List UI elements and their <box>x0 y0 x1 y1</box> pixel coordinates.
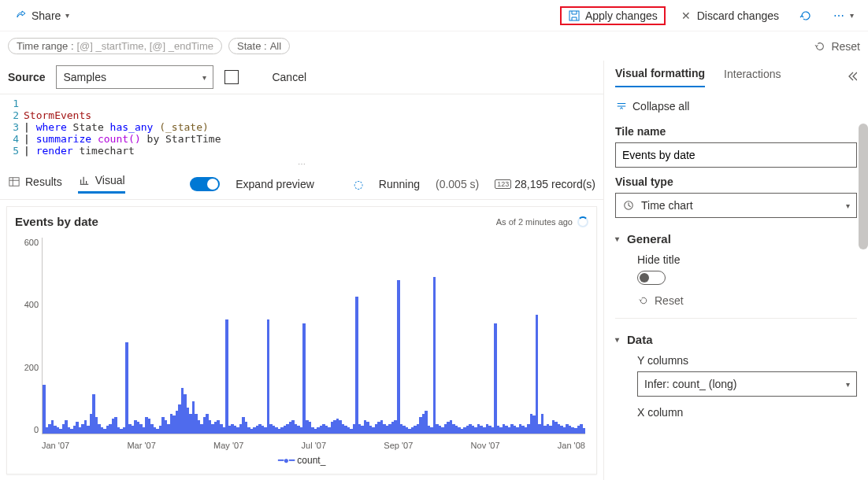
records-icon: 123 <box>495 179 511 189</box>
expand-panel-icon[interactable] <box>844 70 857 85</box>
time-range-pill[interactable]: Time range : [@] _startTime, [@] _endTim… <box>8 38 222 54</box>
legend-marker-icon: ━●━ <box>278 455 295 466</box>
state-value: All <box>270 40 281 52</box>
section-data[interactable]: ▾ Data <box>615 333 857 346</box>
refresh-button[interactable] <box>793 6 818 25</box>
visual-type-value: Time chart <box>641 199 693 212</box>
share-icon <box>14 9 27 22</box>
code-area[interactable]: StormEvents | where State has_any (_stat… <box>24 98 603 157</box>
chevron-down-icon: ▾ <box>850 11 854 20</box>
y-columns-label: Y columns <box>637 354 857 367</box>
records-count: 28,195 record(s) <box>514 178 595 190</box>
spinner-icon <box>577 216 588 227</box>
expand-label: Expand preview <box>236 178 314 190</box>
tab-interactions[interactable]: Interactions <box>724 68 781 87</box>
chart-asof: As of 2 minutes ago <box>496 217 573 227</box>
reset-icon <box>814 40 826 53</box>
reset-general-button[interactable]: Reset <box>637 294 857 307</box>
refresh-icon <box>799 9 812 22</box>
chevron-down-icon: ▾ <box>615 234 619 243</box>
chart-bar[interactable] <box>302 323 306 434</box>
close-icon: ✕ <box>680 9 692 22</box>
chart-legend: ━●━ count_ <box>15 455 588 466</box>
chart-bar[interactable] <box>267 319 270 434</box>
reset-label: Reset <box>831 40 860 53</box>
discard-changes-button[interactable]: ✕ Discard changes <box>673 6 785 25</box>
state-pill[interactable]: State : All <box>228 38 290 54</box>
tab-visual[interactable]: Visual <box>78 174 125 194</box>
tab-results[interactable]: Results <box>8 175 62 193</box>
chart-bar[interactable] <box>43 385 46 434</box>
reset-filters-button[interactable]: Reset <box>814 40 860 53</box>
visual-label: Visual <box>95 174 125 186</box>
apply-changes-button[interactable]: Apply changes <box>560 6 666 25</box>
chart-bar[interactable] <box>125 342 128 434</box>
collapse-icon <box>615 100 628 113</box>
discard-label: Discard changes <box>697 9 779 22</box>
query-editor[interactable]: 1 2 3 4 5 StormEvents | where State has_… <box>0 94 603 160</box>
chart-bar[interactable] <box>536 315 539 434</box>
y-columns-select[interactable]: Infer: count_ (long) ▾ <box>637 371 857 397</box>
chart-bar[interactable] <box>494 323 497 434</box>
more-button[interactable]: ⋯ ▾ <box>826 6 860 25</box>
section-general[interactable]: ▾ General <box>615 232 857 246</box>
legend-label: count_ <box>297 455 325 466</box>
results-label: Results <box>25 175 62 188</box>
x-axis: Jan '07 Mar '07 May '07 Jul '07 Sep '07 … <box>42 441 585 450</box>
state-label: State : <box>237 40 267 52</box>
expand-preview-toggle[interactable] <box>190 177 220 191</box>
more-icon: ⋯ <box>833 9 845 22</box>
divider <box>615 318 857 319</box>
tab-visual-formatting[interactable]: Visual formatting <box>615 67 705 87</box>
data-label: Data <box>627 333 653 346</box>
share-label: Share <box>32 9 61 22</box>
tile-name-input[interactable] <box>615 142 857 168</box>
visual-type-select[interactable]: Time chart ▾ <box>615 193 857 218</box>
collapse-label: Collapse all <box>632 100 689 113</box>
share-button[interactable]: Share ▾ <box>8 6 76 25</box>
scrollbar-thumb[interactable] <box>859 124 868 249</box>
chart-bar[interactable] <box>397 280 400 434</box>
clock-icon <box>622 199 635 212</box>
cancel-button[interactable]: Cancel <box>272 71 306 83</box>
table-icon <box>8 175 20 188</box>
reset-icon <box>637 294 650 307</box>
chart-bar[interactable] <box>225 319 228 434</box>
time-range-value: [@] _startTime, [@] _endTime <box>77 40 214 52</box>
visual-type-label: Visual type <box>615 175 857 188</box>
chart-icon <box>78 174 91 186</box>
save-icon <box>568 9 581 22</box>
y-columns-value: Infer: count_ (long) <box>644 378 737 390</box>
checkbox[interactable] <box>224 70 239 84</box>
chart-plot[interactable] <box>42 238 585 434</box>
chart-bar[interactable] <box>583 428 585 434</box>
reset-label: Reset <box>655 294 684 307</box>
source-value: Samples <box>63 71 106 83</box>
hide-title-toggle[interactable] <box>637 271 666 285</box>
collapse-all-button[interactable]: Collapse all <box>615 95 857 117</box>
chart-bar[interactable] <box>355 297 358 434</box>
chart-card: Events by date As of 2 minutes ago 600 4… <box>6 206 597 474</box>
spinner-icon: ◌ <box>354 178 363 190</box>
chevron-down-icon: ▾ <box>65 11 69 20</box>
chart-bar[interactable] <box>433 277 436 434</box>
chevron-down-icon: ▾ <box>846 201 850 210</box>
y-axis: 600 400 200 0 <box>15 238 39 434</box>
chevron-down-icon: ▾ <box>615 335 619 344</box>
resize-grip[interactable]: ⋯ <box>0 160 603 168</box>
chevron-down-icon: ▾ <box>846 380 850 389</box>
running-time: (0.005 s) <box>436 178 479 190</box>
line-gutter: 1 2 3 4 5 <box>0 98 24 157</box>
svg-rect-0 <box>569 11 579 20</box>
apply-label: Apply changes <box>585 9 658 22</box>
chevron-down-icon: ▾ <box>202 73 206 82</box>
time-range-label: Time range : <box>17 40 74 52</box>
chart-title: Events by date <box>15 215 98 228</box>
x-column-label: X column <box>637 406 857 419</box>
source-label: Source <box>8 71 45 83</box>
general-label: General <box>627 232 671 246</box>
svg-rect-1 <box>9 177 19 186</box>
tile-name-label: Tile name <box>615 125 857 138</box>
source-select[interactable]: Samples ▾ <box>56 65 213 89</box>
running-label: Running <box>379 178 420 190</box>
